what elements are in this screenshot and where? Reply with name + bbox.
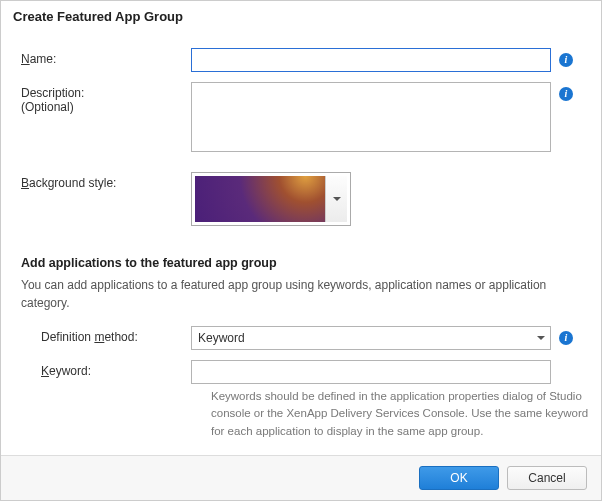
label-name: Name: (21, 48, 191, 66)
name-input[interactable] (191, 48, 551, 72)
dialog-footer: OK Cancel (1, 455, 601, 500)
cancel-button[interactable]: Cancel (507, 466, 587, 490)
background-swatch-preview (195, 176, 325, 222)
info-icon[interactable]: i (559, 87, 573, 101)
row-definition-method: Definition method: Keyword i (21, 326, 581, 350)
section-description: You can add applications to a featured a… (21, 276, 581, 312)
row-background-style: Background style: (21, 172, 581, 226)
info-icon[interactable]: i (559, 331, 573, 345)
description-input[interactable] (191, 82, 551, 152)
dialog-title: Create Featured App Group (1, 1, 601, 30)
definition-method-value: Keyword (192, 331, 532, 345)
label-definition-method: Definition method: (21, 326, 191, 344)
keyword-input[interactable] (191, 360, 551, 384)
keyword-helper-text: Keywords should be defined in the applic… (211, 388, 591, 440)
definition-method-select[interactable]: Keyword (191, 326, 551, 350)
label-background-style: Background style: (21, 172, 191, 190)
dialog-window: Create Featured App Group Name: i Descri… (0, 0, 602, 501)
background-style-dropdown-button[interactable] (325, 176, 347, 222)
label-description: Description: (Optional) (21, 82, 191, 114)
dialog-body: Name: i Description: (Optional) i Backgr… (1, 30, 601, 455)
label-keyword: Keyword: (21, 360, 191, 378)
definition-method-dropdown-button[interactable] (532, 327, 550, 349)
ok-button[interactable]: OK (419, 466, 499, 490)
chevron-down-icon (537, 336, 545, 340)
row-keyword: Keyword: (21, 360, 581, 384)
section-heading-add-apps: Add applications to the featured app gro… (21, 256, 581, 270)
row-name: Name: i (21, 48, 581, 72)
background-style-picker[interactable] (191, 172, 351, 226)
chevron-down-icon (333, 197, 341, 201)
info-icon[interactable]: i (559, 53, 573, 67)
row-description: Description: (Optional) i (21, 82, 581, 152)
